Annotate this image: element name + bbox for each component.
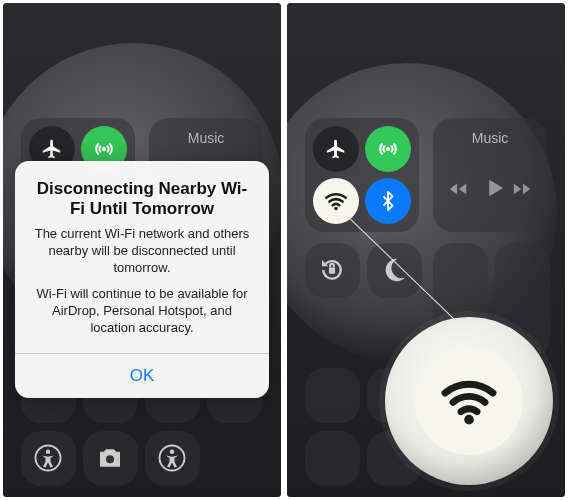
svg-rect-8 bbox=[329, 268, 335, 274]
play-icon[interactable] bbox=[481, 174, 509, 202]
svg-point-5 bbox=[170, 450, 175, 455]
next-track-icon[interactable] bbox=[511, 178, 533, 200]
wifi-icon bbox=[323, 188, 349, 214]
prev-track-icon[interactable] bbox=[447, 178, 469, 200]
do-not-disturb-toggle[interactable] bbox=[367, 243, 422, 298]
accessibility-button[interactable] bbox=[21, 431, 76, 486]
svg-point-7 bbox=[334, 207, 337, 210]
wifi-disconnect-alert: Disconnecting Nearby Wi-Fi Until Tomorro… bbox=[15, 161, 269, 398]
accessibility-icon bbox=[157, 443, 187, 473]
wifi-icon bbox=[437, 369, 501, 433]
connectivity-group bbox=[305, 118, 419, 232]
svg-point-9 bbox=[464, 415, 474, 425]
airplane-icon bbox=[41, 138, 63, 160]
extra-tile[interactable] bbox=[145, 431, 200, 486]
svg-point-2 bbox=[46, 450, 51, 455]
music-tile[interactable]: Music bbox=[433, 118, 547, 232]
wifi-callout-circle bbox=[385, 317, 553, 485]
accessibility-icon bbox=[33, 443, 63, 473]
orientation-lock-toggle[interactable] bbox=[305, 243, 360, 298]
airplane-icon bbox=[325, 138, 347, 160]
svg-point-3 bbox=[106, 455, 114, 463]
music-label: Music bbox=[433, 130, 547, 146]
cellular-icon bbox=[92, 137, 116, 161]
extra-button[interactable] bbox=[305, 431, 360, 486]
bluetooth-icon bbox=[377, 190, 399, 212]
wifi-toggle[interactable] bbox=[313, 178, 359, 224]
lock-rotation-icon bbox=[317, 255, 347, 285]
music-label: Music bbox=[149, 130, 263, 146]
screenshot-right: Music bbox=[287, 3, 565, 497]
wifi-callout-inner bbox=[415, 347, 523, 455]
cellular-icon bbox=[376, 137, 400, 161]
screenshot-left: Music Disconnecting Nearby Wi-Fi Until T… bbox=[3, 3, 281, 497]
cellular-data-toggle[interactable] bbox=[365, 126, 411, 172]
alert-body-2: Wi-Fi will continue to be available for … bbox=[31, 286, 253, 337]
svg-point-6 bbox=[386, 147, 390, 151]
camera-icon bbox=[95, 443, 125, 473]
flashlight-button[interactable] bbox=[305, 368, 360, 423]
alert-ok-button[interactable]: OK bbox=[15, 353, 269, 398]
svg-point-0 bbox=[102, 147, 106, 151]
bluetooth-toggle[interactable] bbox=[365, 178, 411, 224]
alert-title: Disconnecting Nearby Wi-Fi Until Tomorro… bbox=[31, 179, 253, 220]
airplane-mode-toggle[interactable] bbox=[313, 126, 359, 172]
camera-button-2[interactable] bbox=[83, 431, 138, 486]
alert-body-1: The current Wi-Fi network and others nea… bbox=[31, 226, 253, 277]
